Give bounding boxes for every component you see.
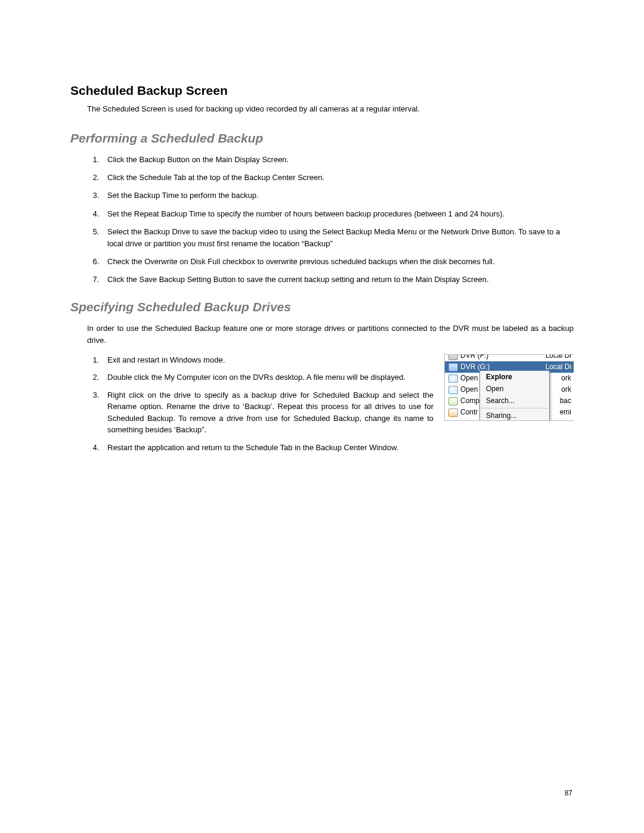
control-panel-icon [448, 408, 458, 417]
performing-steps-list: Click the Backup Button on the Main Disp… [101, 154, 574, 286]
left-column: Exit and restart in Windows mode. Double… [70, 354, 434, 468]
menu-item-search[interactable]: Search... [480, 395, 549, 407]
row-right: Local Di [546, 354, 571, 360]
document-page: Scheduled Backup Screen The Scheduled Sc… [0, 0, 644, 833]
list-item: Click the Backup Button on the Main Disp… [101, 154, 574, 166]
list-item: Click the Save Backup Setting Button to … [101, 274, 574, 286]
section-heading-performing: Performing a Scheduled Backup [70, 131, 574, 145]
menu-item-explore[interactable]: Explore [480, 371, 549, 383]
context-menu[interactable]: Explore Open Search... Sharing... Format… [479, 370, 550, 421]
row-right: emi [560, 408, 571, 416]
computer-icon [448, 397, 458, 405]
network-icon [448, 374, 458, 383]
row-label: DVR (G:) [460, 363, 490, 371]
list-item: Exit and restart in Windows mode. [101, 354, 434, 366]
drive-icon [448, 354, 458, 360]
list-item: Check the Overwrite on Disk Full checkbo… [101, 256, 574, 268]
list-item: Set the Backup Time to perform the backu… [101, 190, 574, 202]
menu-item-sharing[interactable]: Sharing... [480, 410, 549, 421]
specifying-steps-list: Exit and restart in Windows mode. Double… [101, 354, 434, 454]
list-item: Right click on the drive to specify as a… [101, 389, 434, 436]
network-icon [448, 386, 458, 394]
section2-intro: In order to use the Scheduled Backup fea… [87, 323, 574, 346]
row-right: bac [560, 397, 571, 405]
drive-row[interactable]: DVR (F:) Local Di [445, 354, 574, 361]
row-label: Open [460, 374, 478, 382]
intro-paragraph: The Scheduled Screen is used for backing… [87, 104, 574, 114]
my-computer-figure: DVR (F:) Local Di DVR (G:) Local Di Open… [444, 354, 574, 421]
row-label: DVR (F:) [460, 354, 488, 360]
menu-item-open[interactable]: Open [480, 383, 549, 395]
drive-icon [448, 363, 458, 371]
row-label: Open [460, 385, 478, 394]
section-heading-specifying: Specifying Scheduled Backup Drives [70, 300, 574, 314]
list-item: Select the Backup Drive to save the back… [101, 226, 574, 250]
list-item: Double click the My Computer icon on the… [101, 371, 434, 383]
row-right: ork [561, 374, 571, 382]
two-column-wrap: Exit and restart in Windows mode. Double… [70, 354, 574, 468]
list-item: Click the Schedule Tab at the top of the… [101, 172, 574, 184]
page-number: 87 [565, 789, 572, 797]
page-title: Scheduled Backup Screen [70, 83, 574, 98]
menu-separator [481, 408, 549, 408]
list-item: Set the Repeat Backup Time to specify th… [101, 208, 574, 220]
row-label: Comp [460, 397, 479, 405]
row-label: Contr [460, 408, 478, 416]
row-right: ork [561, 385, 571, 394]
list-item: Restart the application and return to th… [101, 442, 434, 454]
